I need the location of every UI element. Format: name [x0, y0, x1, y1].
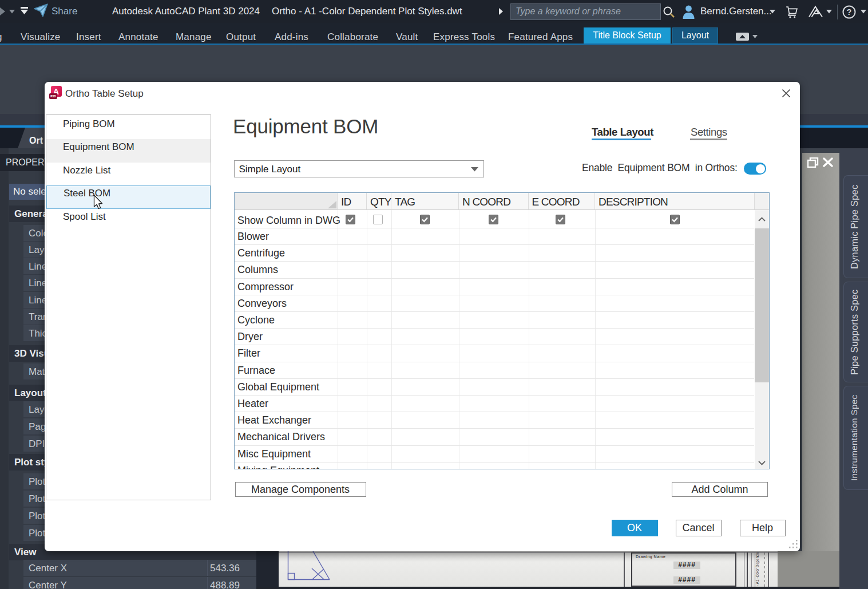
svg-text:?: ?: [847, 7, 852, 17]
